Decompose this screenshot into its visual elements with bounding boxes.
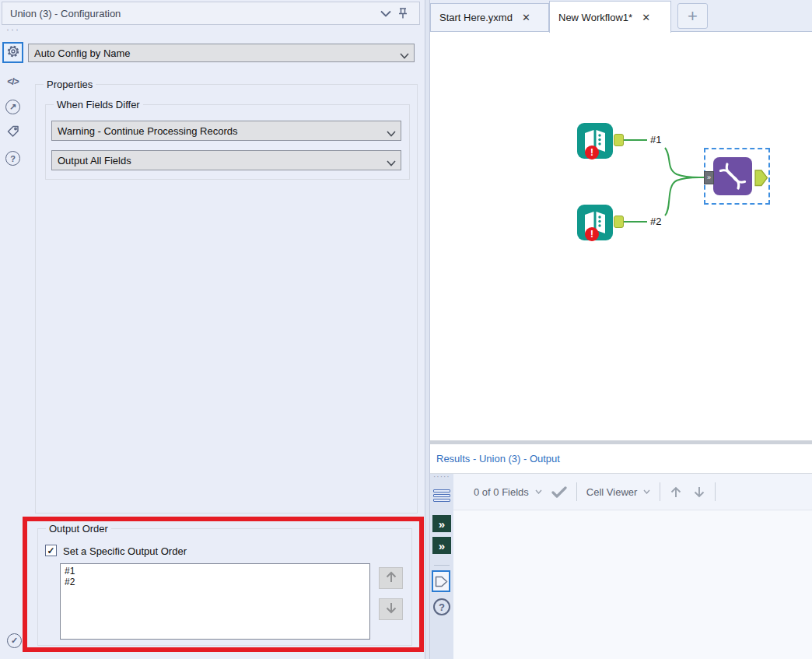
sidebar-item-macro[interactable]: ↗ [2, 96, 23, 117]
set-output-order-label: Set a Specific Output Order [63, 545, 187, 557]
output-anchor-button[interactable] [432, 572, 450, 591]
configuration-panel: Union (3) - Configuration ··· [0, 0, 425, 659]
code-icon: </> [7, 76, 18, 87]
strip-divider [434, 565, 450, 566]
strip-grip[interactable]: ····· [433, 472, 450, 481]
toolbar-separator [715, 482, 716, 501]
sidebar-item-code[interactable]: </> [2, 71, 23, 92]
connection-wires [430, 32, 812, 440]
tab-start-here[interactable]: Start Here.yxmd ✕ [430, 3, 549, 32]
error-mode-value: Warning - Continue Processing Records [58, 125, 237, 137]
configuration-title: Union (3) - Configuration [10, 8, 121, 19]
macro-run-icon: ↗ [5, 100, 20, 114]
cell-viewer-label: Cell Viewer [586, 486, 638, 498]
tool-union[interactable] [713, 157, 752, 195]
output-mode-dropdown[interactable]: Output All Fields [51, 150, 401, 170]
input-anchor[interactable]: » [704, 171, 714, 184]
results-help-button[interactable]: ? [432, 598, 451, 616]
output-order-group-label: Output Order [46, 523, 111, 535]
results-toolbar: 0 of 0 Fields Cell Viewer [453, 474, 812, 510]
workflow-tab-bar: Start Here.yxmd ✕ New Workflow1* ✕ + [430, 0, 812, 32]
toolbar-separator [576, 482, 577, 501]
input-anchor-2-button[interactable]: » [432, 536, 451, 555]
apply-check-icon[interactable] [551, 486, 567, 498]
check-circle-icon: ✓ [7, 633, 22, 648]
tab-label: Start Here.yxmd [439, 12, 513, 23]
when-fields-differ-label: When Fields Differ [54, 99, 143, 110]
auto-config-dropdown[interactable]: Auto Config by Name [28, 44, 415, 62]
cell-viewer-dropdown[interactable]: Cell Viewer [586, 486, 651, 498]
chevron-down-icon [643, 489, 650, 494]
results-body[interactable] [453, 510, 812, 659]
checkbox-check-icon: ✓ [47, 546, 54, 556]
double-chevron-icon: » [432, 537, 451, 554]
move-up-button[interactable] [379, 567, 403, 589]
chevron-down-icon [535, 489, 542, 494]
set-output-order-checkbox[interactable]: ✓ [45, 545, 57, 556]
results-anchor-strip: ····· » » [430, 474, 453, 659]
configuration-header[interactable]: Union (3) - Configuration [2, 2, 420, 25]
sidebar-item-tag[interactable] [2, 122, 23, 143]
results-title: Results - Union (3) - Output [436, 453, 560, 464]
move-down-button[interactable] [379, 598, 403, 620]
previous-arrow-up-icon[interactable] [670, 485, 682, 499]
panel-grip[interactable]: ··· [6, 26, 20, 33]
error-mode-dropdown[interactable]: Warning - Continue Processing Records [51, 121, 401, 141]
list-item[interactable]: #1 [61, 566, 369, 577]
results-header: Results - Union (3) - Output [430, 444, 812, 474]
sidebar-item-settings[interactable] [2, 42, 23, 63]
union-icon [713, 157, 752, 195]
data-rows-icon [433, 487, 450, 504]
fields-dropdown[interactable]: 0 of 0 Fields [474, 486, 542, 498]
chevron-down-icon [387, 157, 396, 169]
toolbar-separator [660, 482, 660, 501]
connection-label[interactable]: #2 [649, 216, 663, 227]
pin-icon[interactable] [394, 5, 411, 22]
tab-label: New Workflow1* [558, 12, 632, 23]
tag-icon [6, 124, 20, 141]
output-anchor[interactable] [614, 134, 624, 146]
output-anchor[interactable] [614, 216, 624, 228]
tab-new-workflow1[interactable]: New Workflow1* ✕ [549, 1, 671, 33]
sidebar-item-help[interactable]: ? [2, 148, 23, 169]
workflow-canvas[interactable]: ! ! #1 #2 [430, 32, 812, 440]
double-chevron-icon: » [707, 174, 711, 181]
chevron-down-icon [387, 128, 396, 139]
arrow-down-icon [385, 601, 397, 618]
question-icon: ? [433, 598, 450, 615]
fields-summary: 0 of 0 Fields [474, 486, 529, 498]
connection-label[interactable]: #1 [649, 134, 663, 145]
list-item[interactable]: #2 [61, 577, 369, 587]
output-order-listbox[interactable]: #1 #2 [60, 563, 370, 640]
results-profile-button[interactable] [432, 486, 451, 505]
tool-input-data-1[interactable]: ! [577, 123, 613, 160]
collapse-chevron-icon[interactable] [377, 5, 394, 22]
gear-icon [6, 44, 20, 61]
error-badge: ! [585, 145, 599, 159]
arrow-up-icon [385, 570, 397, 587]
validation-status: ✓ [4, 630, 25, 651]
exclamation-icon: ! [590, 230, 593, 239]
alteryx-designer-window: Union (3) - Configuration ··· [0, 0, 812, 659]
next-arrow-down-icon[interactable] [693, 485, 705, 499]
plus-icon: + [688, 8, 698, 25]
new-tab-button[interactable]: + [677, 3, 708, 29]
output-mode-value: Output All Fields [58, 155, 131, 167]
union-output-anchor[interactable] [754, 170, 768, 187]
double-chevron-icon: » [432, 515, 451, 532]
close-icon[interactable]: ✕ [522, 12, 530, 23]
panel-splitter[interactable] [425, 0, 430, 659]
chevron-down-icon [400, 50, 409, 61]
error-badge: ! [585, 227, 599, 241]
exclamation-icon: ! [590, 148, 593, 157]
properties-group-label: Properties [44, 79, 96, 90]
results-panel: ····· » » [430, 474, 812, 659]
output-shape-icon [435, 576, 448, 587]
input-anchor-1-button[interactable]: » [432, 514, 451, 533]
workspace: Start Here.yxmd ✕ New Workflow1* ✕ + [430, 0, 812, 659]
question-icon: ? [5, 151, 20, 166]
close-icon[interactable]: ✕ [642, 12, 650, 23]
auto-config-value: Auto Config by Name [34, 47, 131, 59]
tool-input-data-2[interactable]: ! [577, 205, 613, 242]
